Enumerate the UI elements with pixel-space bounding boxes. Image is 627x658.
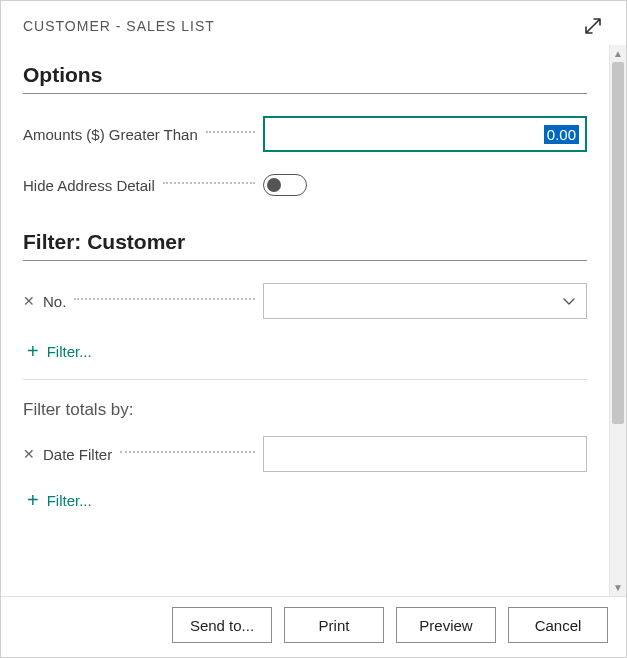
remove-filter-icon[interactable]: ✕ (23, 293, 39, 309)
print-button[interactable]: Print (284, 607, 384, 643)
row-amounts-greater-than: Amounts ($) Greater Than 0.00 (23, 116, 587, 152)
input-amounts-value: 0.00 (544, 125, 579, 144)
divider (23, 379, 587, 380)
row-filter-no: ✕ No. (23, 283, 587, 319)
expand-icon[interactable] (582, 15, 604, 37)
chevron-down-icon (562, 294, 576, 308)
add-filter-customer[interactable]: + Filter... (27, 341, 587, 361)
dotted-leader (163, 182, 255, 184)
label-amounts-greater-than: Amounts ($) Greater Than (23, 126, 198, 143)
dotted-leader (120, 451, 255, 453)
scroll-up-icon[interactable]: ▲ (610, 45, 626, 62)
cancel-button[interactable]: Cancel (508, 607, 608, 643)
section-heading-filter-totals: Filter totals by: (23, 400, 587, 420)
dialog-footer: Send to... Print Preview Cancel (1, 596, 626, 657)
add-filter-label: Filter... (47, 343, 92, 360)
scroll-down-icon[interactable]: ▼ (610, 579, 626, 596)
input-date-filter[interactable] (263, 436, 587, 472)
select-no[interactable] (263, 283, 587, 319)
label-no: No. (43, 293, 66, 310)
vertical-scrollbar[interactable]: ▲ ▼ (609, 45, 626, 596)
preview-button[interactable]: Preview (396, 607, 496, 643)
dialog-title: CUSTOMER - SALES LIST (23, 18, 215, 34)
input-amounts-greater-than[interactable]: 0.00 (263, 116, 587, 152)
plus-icon: + (27, 341, 39, 361)
send-to-button[interactable]: Send to... (172, 607, 272, 643)
label-date-filter: Date Filter (43, 446, 112, 463)
toggle-knob (267, 178, 281, 192)
divider (23, 93, 587, 94)
dialog-customer-sales-list: CUSTOMER - SALES LIST Options Amounts ($… (0, 0, 627, 658)
plus-icon: + (27, 490, 39, 510)
scroll-thumb[interactable] (612, 62, 624, 424)
titlebar: CUSTOMER - SALES LIST (1, 1, 626, 45)
dotted-leader (74, 298, 255, 300)
add-filter-label: Filter... (47, 492, 92, 509)
dotted-leader (206, 131, 255, 133)
add-filter-totals[interactable]: + Filter... (27, 490, 587, 510)
row-hide-address-detail: Hide Address Detail (23, 174, 587, 196)
scroll-track[interactable] (610, 62, 626, 579)
section-heading-options: Options (23, 63, 587, 87)
row-date-filter: ✕ Date Filter (23, 436, 587, 472)
section-heading-filter-customer: Filter: Customer (23, 230, 587, 254)
dialog-body: Options Amounts ($) Greater Than 0.00 Hi… (1, 45, 609, 596)
label-hide-address-detail: Hide Address Detail (23, 177, 155, 194)
remove-filter-icon[interactable]: ✕ (23, 446, 39, 462)
divider (23, 260, 587, 261)
toggle-hide-address-detail[interactable] (263, 174, 307, 196)
